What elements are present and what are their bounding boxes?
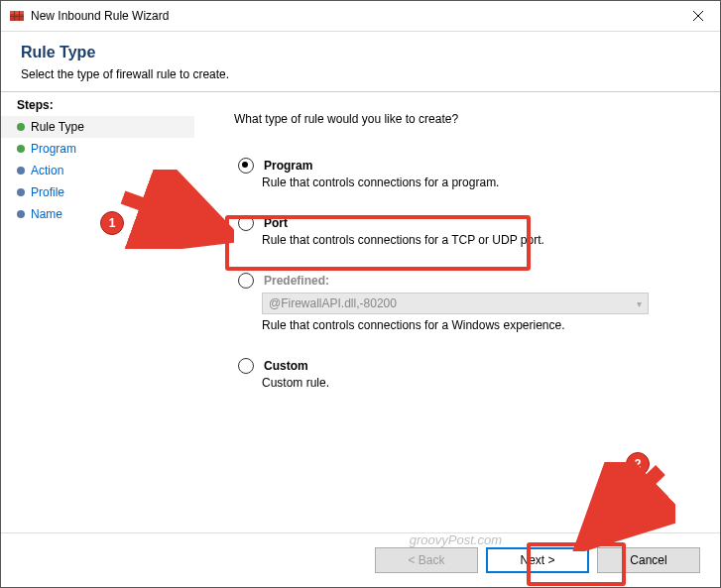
- wizard-footer: < Back Next > Cancel: [1, 532, 720, 587]
- titlebar: New Inbound Rule Wizard: [1, 1, 720, 32]
- option-desc: Rule that controls connections for a pro…: [262, 176, 686, 189]
- step-profile[interactable]: Profile: [1, 181, 194, 203]
- step-link[interactable]: Rule Type: [31, 120, 84, 134]
- page-title: Rule Type: [21, 44, 700, 61]
- svg-rect-1: [10, 11, 24, 14]
- option-label: Program: [264, 159, 312, 173]
- steps-sidebar: Steps: Rule Type Program Action Profile …: [1, 92, 194, 527]
- radio-predefined[interactable]: [238, 273, 254, 289]
- option-port[interactable]: Port Rule that controls connections for …: [234, 211, 690, 251]
- chevron-down-icon: ▾: [637, 298, 642, 309]
- step-bullet-icon: [17, 167, 25, 175]
- svg-rect-3: [14, 11, 15, 21]
- combo-value: @FirewallAPI.dll,-80200: [269, 296, 397, 310]
- window-title: New Inbound Rule Wizard: [31, 9, 675, 23]
- steps-label: Steps:: [1, 98, 194, 116]
- option-desc: Custom rule.: [262, 376, 686, 390]
- page-subtitle: Select the type of firewall rule to crea…: [21, 67, 700, 81]
- next-button[interactable]: Next >: [486, 547, 589, 573]
- option-label: Custom: [264, 359, 308, 373]
- predefined-combo[interactable]: @FirewallAPI.dll,-80200 ▾: [262, 293, 649, 314]
- option-desc: Rule that controls connections for a Win…: [262, 318, 686, 332]
- option-program[interactable]: Program Rule that controls connections f…: [234, 154, 690, 193]
- main-panel: What type of rule would you like to crea…: [194, 92, 720, 527]
- question-text: What type of rule would you like to crea…: [234, 112, 690, 126]
- step-action[interactable]: Action: [1, 160, 194, 181]
- option-custom[interactable]: Custom Custom rule.: [234, 354, 690, 394]
- step-link[interactable]: Profile: [31, 185, 64, 199]
- step-program[interactable]: Program: [1, 138, 194, 160]
- step-name[interactable]: Name: [1, 203, 194, 225]
- step-bullet-icon: [17, 123, 25, 131]
- wizard-window: New Inbound Rule Wizard Rule Type Select…: [0, 0, 721, 588]
- step-rule-type[interactable]: Rule Type: [1, 116, 194, 138]
- step-link[interactable]: Program: [31, 142, 76, 156]
- step-link[interactable]: Action: [31, 164, 63, 177]
- close-icon: [693, 11, 703, 21]
- option-label: Predefined:: [264, 274, 329, 288]
- option-predefined[interactable]: Predefined: @FirewallAPI.dll,-80200 ▾ Ru…: [234, 269, 690, 336]
- radio-custom[interactable]: [238, 358, 254, 374]
- step-bullet-icon: [17, 188, 25, 196]
- wizard-body: Steps: Rule Type Program Action Profile …: [1, 92, 720, 527]
- step-bullet-icon: [17, 210, 25, 218]
- svg-rect-4: [19, 11, 20, 21]
- back-button[interactable]: < Back: [375, 547, 478, 573]
- step-link[interactable]: Name: [31, 207, 62, 221]
- radio-program[interactable]: [238, 158, 254, 174]
- step-bullet-icon: [17, 145, 25, 153]
- radio-port[interactable]: [238, 215, 254, 231]
- cancel-button[interactable]: Cancel: [597, 547, 700, 573]
- svg-rect-2: [10, 16, 24, 17]
- firewall-icon: [9, 8, 25, 24]
- option-desc: Rule that controls connections for a TCP…: [262, 233, 686, 247]
- close-button[interactable]: [675, 1, 720, 31]
- option-label: Port: [264, 216, 288, 230]
- wizard-header: Rule Type Select the type of firewall ru…: [1, 32, 720, 91]
